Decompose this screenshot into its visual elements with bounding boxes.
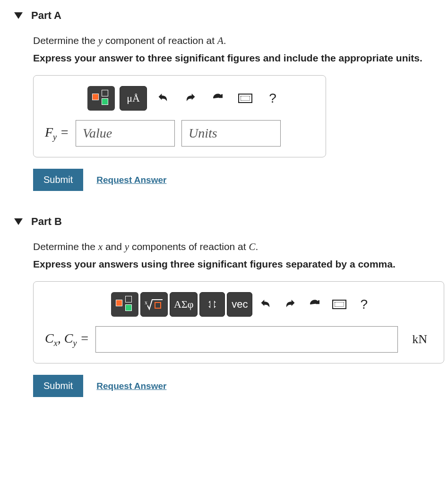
part-a-answer-box: μÅ ? Fy =	[33, 75, 326, 157]
keyboard-icon	[332, 300, 346, 309]
qB-var2: y	[125, 241, 129, 252]
math-root-button[interactable]: x	[140, 292, 168, 317]
part-a-var-label: Fy =	[45, 125, 69, 142]
part-b-header: Part B	[14, 216, 439, 228]
greek-button[interactable]: ΑΣφ	[170, 292, 198, 317]
redo-icon	[184, 92, 197, 104]
collapse-caret-b[interactable]	[14, 218, 23, 225]
part-a-title: Part A	[31, 9, 61, 22]
updown-icon	[207, 299, 218, 310]
part-a-actions: Submit Request Answer	[33, 169, 439, 191]
part-b-input-row: Cx, Cy = kN	[45, 326, 432, 353]
collapse-caret-a[interactable]	[14, 12, 23, 19]
redo-button[interactable]	[179, 87, 202, 110]
qB-and: and	[103, 241, 125, 252]
part-b-instruction: Express your answers using three signifi…	[33, 259, 439, 270]
request-answer-link-a[interactable]: Request Answer	[96, 175, 166, 185]
request-answer-link-b[interactable]: Request Answer	[96, 381, 166, 391]
keyboard-icon	[238, 94, 252, 103]
reset-icon	[309, 298, 321, 311]
undo-button[interactable]	[152, 87, 174, 110]
part-b-var-label: Cx, Cy =	[45, 331, 89, 348]
units-input[interactable]	[181, 120, 281, 147]
value-input[interactable]	[76, 120, 175, 147]
help-button-b[interactable]: ?	[353, 293, 375, 316]
qB-pre: Determine the	[33, 241, 98, 252]
reset-button[interactable]	[207, 87, 229, 110]
templates-button-b[interactable]	[111, 292, 138, 317]
svg-text:x: x	[145, 299, 147, 306]
root-icon: x	[145, 298, 164, 311]
qB-var1: x	[98, 241, 103, 252]
qA-mid: component of reaction at	[103, 35, 217, 46]
unit-suffix: kN	[412, 332, 427, 346]
undo-icon	[259, 298, 272, 311]
submit-button-b[interactable]: Submit	[33, 375, 83, 397]
part-a-toolbar: μÅ ?	[87, 86, 314, 111]
reset-button-b[interactable]	[303, 293, 326, 316]
redo-icon	[284, 298, 296, 311]
submit-button-a[interactable]: Submit	[33, 169, 83, 191]
qA-pre: Determine the	[33, 35, 98, 46]
svg-rect-1	[155, 302, 161, 308]
part-b-answer-box: x ΑΣφ vec ? Cx, Cy = kN	[33, 281, 444, 363]
keyboard-button-b[interactable]	[328, 293, 351, 316]
qA-post: .	[224, 35, 226, 46]
templates-button[interactable]	[87, 86, 115, 111]
qB-mid: components of reaction at	[129, 241, 249, 252]
qA-point: A	[217, 35, 224, 46]
part-a-instruction: Express your answer to three significant…	[33, 52, 439, 64]
part-b-actions: Submit Request Answer	[33, 375, 439, 397]
vec-button[interactable]: vec	[227, 292, 252, 317]
undo-icon	[157, 92, 169, 104]
part-a-question: Determine the y component of reaction at…	[33, 35, 439, 47]
part-b-title: Part B	[31, 216, 62, 228]
part-b-toolbar: x ΑΣφ vec ?	[111, 292, 432, 317]
part-a-header: Part A	[14, 9, 439, 22]
qA-var: y	[98, 35, 103, 46]
updown-button[interactable]	[199, 292, 225, 317]
help-button[interactable]: ?	[261, 87, 284, 110]
qB-point: C	[249, 241, 255, 252]
redo-button-b[interactable]	[279, 293, 302, 316]
keyboard-button[interactable]	[234, 87, 257, 110]
units-button[interactable]: μÅ	[120, 86, 147, 111]
qB-post: .	[255, 241, 258, 252]
part-a-input-row: Fy =	[45, 120, 314, 147]
part-b-question: Determine the x and y components of reac…	[33, 241, 439, 253]
answer-input-b[interactable]	[95, 326, 398, 353]
reset-icon	[212, 92, 224, 104]
undo-button-b[interactable]	[254, 293, 277, 316]
